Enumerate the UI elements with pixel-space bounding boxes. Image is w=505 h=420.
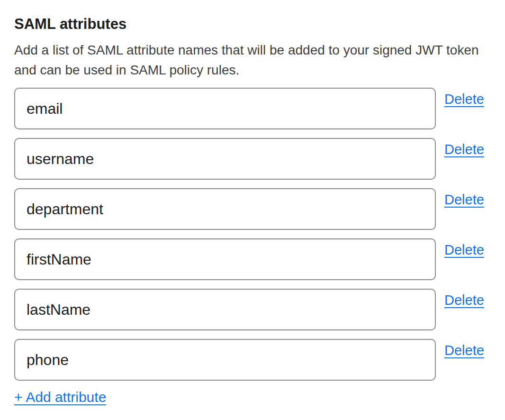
delete-link-lastname[interactable]: Delete xyxy=(444,292,484,308)
delete-cell: Delete xyxy=(444,238,484,257)
delete-link-email[interactable]: Delete xyxy=(444,91,484,107)
add-attribute-link[interactable]: + Add attribute xyxy=(14,389,106,405)
attribute-row-firstname: Delete xyxy=(14,238,505,280)
delete-link-phone[interactable]: Delete xyxy=(444,343,484,358)
attribute-row-phone: Delete xyxy=(14,339,505,381)
attribute-input-email[interactable] xyxy=(14,88,436,129)
delete-cell: Delete xyxy=(444,289,484,308)
attribute-input-phone[interactable] xyxy=(14,339,436,381)
attribute-row-email: Delete xyxy=(14,88,505,129)
delete-link-firstname[interactable]: Delete xyxy=(444,242,484,257)
delete-cell: Delete xyxy=(444,188,484,207)
attribute-row-lastname: Delete xyxy=(14,289,505,330)
section-description-line2: and can be used in SAML policy rules. xyxy=(14,60,505,80)
attribute-input-firstname[interactable] xyxy=(14,238,436,280)
delete-link-department[interactable]: Delete xyxy=(444,192,484,207)
section-description-line1: Add a list of SAML attribute names that … xyxy=(14,40,505,60)
add-attribute-row: + Add attribute xyxy=(14,389,505,405)
saml-attributes-section: SAML attributes Add a list of SAML attri… xyxy=(0,0,505,420)
attribute-row-department: Delete xyxy=(14,188,505,230)
attribute-row-username: Delete xyxy=(14,138,505,180)
delete-cell: Delete xyxy=(444,88,484,107)
delete-cell: Delete xyxy=(444,339,484,358)
attribute-input-username[interactable] xyxy=(14,138,436,180)
attribute-input-department[interactable] xyxy=(14,188,436,230)
delete-cell: Delete xyxy=(444,138,484,157)
section-description: Add a list of SAML attribute names that … xyxy=(14,40,505,80)
attribute-list: Delete Delete Delete Delete Delete xyxy=(14,88,505,381)
delete-link-username[interactable]: Delete xyxy=(444,142,484,157)
page-title: SAML attributes xyxy=(14,16,505,33)
attribute-input-lastname[interactable] xyxy=(14,289,436,330)
